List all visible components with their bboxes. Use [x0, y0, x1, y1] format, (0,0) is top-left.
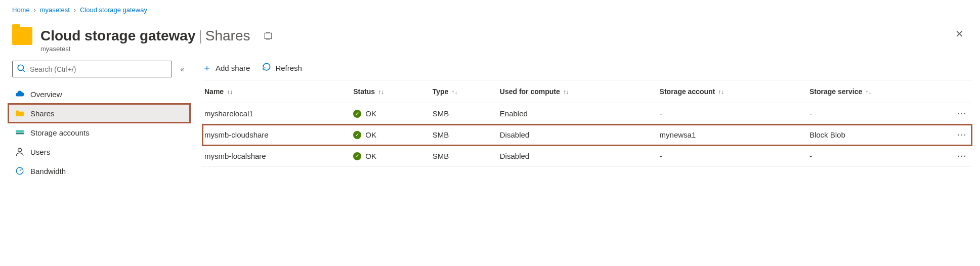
cell-type: SMB [431, 124, 498, 146]
title-section: Shares [205, 28, 250, 44]
breadcrumb-link-home[interactable]: Home [12, 6, 30, 14]
column-header[interactable]: Type↑↓ [431, 80, 498, 103]
cloud-icon [15, 90, 24, 99]
sidebar-item-bandwidth[interactable]: Bandwidth [8, 161, 190, 181]
gauge-icon [15, 166, 24, 175]
cell-type: SMB [431, 146, 498, 167]
sort-icon[interactable]: ↑↓ [451, 88, 457, 96]
table-row[interactable]: mysmb-cloudshare✓OKSMBDisabledmynewsa1Bl… [202, 124, 972, 146]
sort-icon[interactable]: ↑↓ [563, 88, 569, 96]
row-actions-button[interactable]: ··· [952, 124, 972, 146]
sidebar-item-shares[interactable]: Shares [8, 104, 190, 123]
table-row[interactable]: mysmb-localshare✓OKSMBDisabled--··· [202, 146, 972, 167]
column-header[interactable]: Name↑↓ [202, 80, 351, 103]
column-header[interactable]: Used for compute↑↓ [498, 80, 658, 103]
title-divider: | [199, 28, 202, 44]
title-main: Cloud storage gateway [40, 28, 196, 44]
cell-name: mysmb-localshare [202, 146, 351, 167]
column-label: Type [433, 87, 449, 96]
cell-account: - [658, 146, 807, 167]
sidebar-item-label: Shares [30, 109, 55, 118]
page-title: Cloud storage gateway | Shares [40, 24, 951, 44]
sort-icon[interactable]: ↑↓ [718, 88, 724, 96]
sort-icon[interactable]: ↑↓ [378, 88, 384, 96]
cell-service: Block Blob [807, 124, 952, 146]
add-label: Add share [216, 64, 250, 72]
page-header: Cloud storage gateway | Shares myasetest… [0, 20, 980, 53]
toolbar: ＋ Add share Refresh [202, 61, 972, 80]
sidebar-item-label: Storage accounts [30, 128, 90, 137]
cell-service: - [807, 146, 952, 167]
cell-status: ✓OK [351, 146, 430, 167]
row-actions-button[interactable]: ··· [952, 146, 972, 167]
breadcrumb-link-section[interactable]: Cloud storage gateway [80, 6, 147, 14]
pin-icon[interactable] [264, 28, 273, 44]
sidebar: « OverviewSharesStorage accountsUsersBan… [8, 61, 190, 181]
sidebar-item-users[interactable]: Users [8, 142, 190, 161]
column-header[interactable]: Storage service↑↓ [807, 80, 952, 103]
table-row[interactable]: mysharelocal1✓OKSMBEnabled--··· [202, 103, 972, 124]
column-label: Name [204, 87, 224, 96]
search-field[interactable] [30, 65, 167, 73]
search-input[interactable] [12, 61, 172, 77]
cell-status: ✓OK [351, 124, 430, 146]
cell-compute: Enabled [498, 103, 658, 124]
main-content: ＋ Add share Refresh Name↑↓Status↑↓Type↑↓… [190, 61, 980, 181]
status-ok-icon: ✓ [353, 110, 361, 118]
sort-icon[interactable]: ↑↓ [865, 88, 871, 96]
cell-name: mysmb-cloudshare [202, 124, 351, 146]
status-ok-icon: ✓ [353, 131, 361, 139]
column-header[interactable]: Status↑↓ [351, 80, 430, 103]
breadcrumb: Home › myasetest › Cloud storage gateway [0, 0, 980, 20]
refresh-label: Refresh [275, 64, 302, 72]
refresh-icon [262, 62, 271, 74]
sidebar-item-storage-accounts[interactable]: Storage accounts [8, 123, 190, 142]
search-icon [17, 64, 26, 74]
cell-type: SMB [431, 103, 498, 124]
chevron-right-icon: › [34, 7, 36, 14]
storage-icon [15, 128, 24, 137]
column-label: Used for compute [500, 87, 560, 96]
column-label: Storage service [809, 87, 862, 96]
refresh-button[interactable]: Refresh [262, 62, 302, 74]
cell-account: - [658, 103, 807, 124]
cell-compute: Disabled [498, 124, 658, 146]
column-actions [952, 80, 972, 103]
column-label: Storage account [660, 87, 715, 96]
svg-point-4 [18, 148, 22, 152]
add-share-button[interactable]: ＋ Add share [202, 62, 250, 74]
status-ok-icon: ✓ [353, 152, 361, 160]
row-actions-button[interactable]: ··· [952, 103, 972, 124]
breadcrumb-link-resource[interactable]: myasetest [40, 6, 70, 14]
shares-table: Name↑↓Status↑↓Type↑↓Used for compute↑↓St… [202, 80, 972, 167]
column-label: Status [353, 87, 375, 96]
user-icon [15, 147, 24, 156]
cell-name: mysharelocal1 [202, 103, 351, 124]
column-header[interactable]: Storage account↑↓ [658, 80, 807, 103]
chevron-right-icon: › [74, 7, 76, 14]
plus-icon: ＋ [202, 62, 211, 74]
cell-account: mynewsa1 [658, 124, 807, 146]
page-subtitle: myasetest [40, 45, 951, 53]
svg-point-1 [18, 65, 23, 70]
sidebar-item-overview[interactable]: Overview [8, 84, 190, 104]
svg-rect-3 [16, 132, 24, 134]
cell-service: - [807, 103, 952, 124]
close-icon[interactable]: ✕ [951, 26, 968, 42]
collapse-icon[interactable]: « [178, 63, 186, 75]
sort-icon[interactable]: ↑↓ [227, 88, 233, 96]
sidebar-item-label: Users [30, 148, 50, 156]
svg-rect-2 [16, 130, 24, 132]
sidebar-item-label: Bandwidth [30, 167, 66, 175]
folder-icon [15, 109, 24, 118]
folder-icon [12, 27, 32, 45]
svg-rect-0 [265, 33, 272, 38]
cell-status: ✓OK [351, 103, 430, 124]
sidebar-item-label: Overview [30, 90, 62, 99]
cell-compute: Disabled [498, 146, 658, 167]
